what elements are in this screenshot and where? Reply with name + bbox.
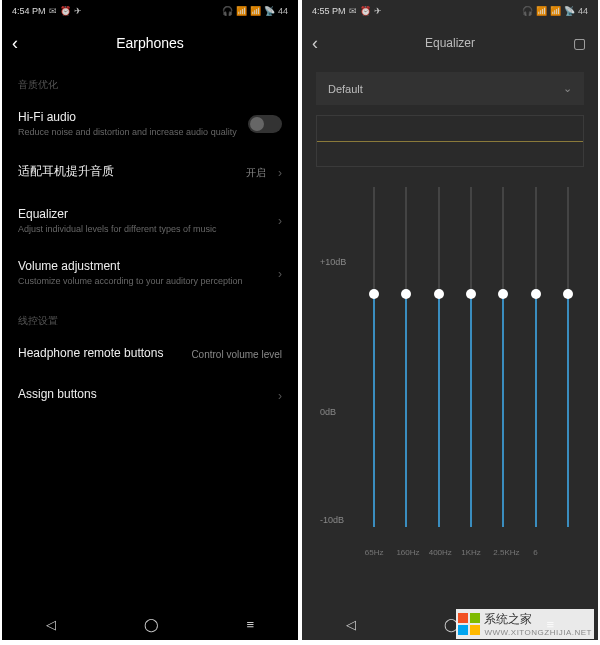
volume-desc: Customize volume according to your audit… xyxy=(18,276,266,288)
signal-icon: 📶 xyxy=(236,6,247,16)
adapt-value: 开启 xyxy=(246,166,266,180)
eq-curve-preview xyxy=(316,115,584,167)
section-audio-label: 音质优化 xyxy=(2,64,298,98)
nav-back-icon[interactable]: ◁ xyxy=(46,617,56,632)
remote-value: Control volume level xyxy=(191,349,282,360)
header: ‹ Earphones xyxy=(2,22,298,64)
adapt-headphone-row[interactable]: 适配耳机提升音质 开启 › xyxy=(2,151,298,195)
headphone-icon: 🎧 xyxy=(222,6,233,16)
chevron-right-icon: › xyxy=(278,267,282,281)
freq-label: 6 xyxy=(526,548,546,557)
hifi-label: Hi-Fi audio xyxy=(18,110,240,124)
page-title: Equalizer xyxy=(302,36,598,50)
status-time: 4:55 PM xyxy=(312,6,346,16)
eq-slider-area: +10dB 0dB -10dB xyxy=(316,187,584,557)
eq-slider-160hz[interactable] xyxy=(396,187,416,527)
msg-icon: ✉ xyxy=(49,6,57,16)
watermark-sub: WWW.XITONGZHIJIA.NET xyxy=(484,628,592,637)
freq-axis: 65Hz 160Hz 400Hz 1KHz 2.5KHz 6 xyxy=(358,548,584,557)
headphone-icon: 🎧 xyxy=(522,6,533,16)
remote-buttons-row[interactable]: Headphone remote buttons Control volume … xyxy=(2,334,298,375)
adapt-label: 适配耳机提升音质 xyxy=(18,163,238,180)
battery-icon: 44 xyxy=(278,6,288,16)
microsoft-logo-icon xyxy=(458,613,480,635)
back-button[interactable]: ‹ xyxy=(312,33,318,54)
freq-label xyxy=(558,548,578,557)
page-title: Earphones xyxy=(2,35,298,51)
remote-label: Headphone remote buttons xyxy=(18,346,183,360)
equalizer-desc: Adjust individual levels for different t… xyxy=(18,224,266,236)
db-plus-label: +10dB xyxy=(320,257,346,267)
chevron-right-icon: › xyxy=(278,166,282,180)
freq-label: 2.5KHz xyxy=(493,548,513,557)
eq-curve-line xyxy=(317,141,583,142)
eq-slider-16khz[interactable] xyxy=(558,187,578,527)
hifi-desc: Reduce noise and distortion and increase… xyxy=(18,127,240,139)
volume-label: Volume adjustment xyxy=(18,259,266,273)
msg-icon: ✉ xyxy=(349,6,357,16)
volume-adjustment-row[interactable]: Volume adjustment Customize volume accor… xyxy=(2,247,298,300)
signal2-icon: 📶 xyxy=(550,6,561,16)
status-time: 4:54 PM xyxy=(12,6,46,16)
freq-label: 160Hz xyxy=(396,548,416,557)
eq-slider-6khz[interactable] xyxy=(526,187,546,527)
assign-label: Assign buttons xyxy=(18,387,266,401)
watermark-text: 系统之家 xyxy=(484,611,592,628)
telegram-icon: ✈ xyxy=(74,6,82,16)
freq-label: 65Hz xyxy=(364,548,384,557)
db-zero-label: 0dB xyxy=(320,407,336,417)
status-bar: 4:55 PM ✉ ⏰ ✈ 🎧 📶 📶 📡 44 xyxy=(302,0,598,22)
chevron-down-icon: ⌄ xyxy=(563,82,572,95)
eq-slider-2-5khz[interactable] xyxy=(493,187,513,527)
freq-label: 400Hz xyxy=(429,548,449,557)
header: ‹ Equalizer ▢ xyxy=(302,22,598,64)
signal2-icon: 📶 xyxy=(250,6,261,16)
db-axis: +10dB 0dB -10dB xyxy=(316,187,356,527)
slider-group xyxy=(358,187,584,527)
preset-label: Default xyxy=(328,83,363,95)
nav-back-icon[interactable]: ◁ xyxy=(346,617,356,632)
equalizer-row[interactable]: Equalizer Adjust individual levels for d… xyxy=(2,195,298,248)
wifi-icon: 📡 xyxy=(564,6,575,16)
eq-slider-400hz[interactable] xyxy=(429,187,449,527)
signal-icon: 📶 xyxy=(536,6,547,16)
preset-selector[interactable]: Default ⌄ xyxy=(316,72,584,105)
db-minus-label: -10dB xyxy=(320,515,344,525)
wifi-icon: 📡 xyxy=(264,6,275,16)
chevron-right-icon: › xyxy=(278,214,282,228)
freq-label: 1KHz xyxy=(461,548,481,557)
back-button[interactable]: ‹ xyxy=(12,33,18,54)
nav-bar: ◁ ◯ ≡ xyxy=(2,608,298,640)
hifi-toggle[interactable] xyxy=(248,115,282,133)
status-bar: 4:54 PM ✉ ⏰ ✈ 🎧 📶 📶 📡 44 xyxy=(2,0,298,22)
eq-slider-65hz[interactable] xyxy=(364,187,384,527)
assign-buttons-row[interactable]: Assign buttons › xyxy=(2,375,298,416)
save-preset-icon[interactable]: ▢ xyxy=(573,35,586,51)
battery-icon: 44 xyxy=(578,6,588,16)
equalizer-label: Equalizer xyxy=(18,207,266,221)
source-watermark: 系统之家 WWW.XITONGZHIJIA.NET xyxy=(456,609,594,639)
nav-recent-icon[interactable]: ≡ xyxy=(246,617,254,632)
eq-slider-1khz[interactable] xyxy=(461,187,481,527)
chevron-right-icon: › xyxy=(278,389,282,403)
alarm-icon: ⏰ xyxy=(360,6,371,16)
equalizer-screen: 4:55 PM ✉ ⏰ ✈ 🎧 📶 📶 📡 44 ‹ Equalizer ▢ D… xyxy=(302,0,598,640)
earphones-settings-screen: 4:54 PM ✉ ⏰ ✈ 🎧 📶 📶 📡 44 ‹ Earphones 音质优… xyxy=(2,0,298,640)
nav-home-icon[interactable]: ◯ xyxy=(144,617,159,632)
hifi-audio-row[interactable]: Hi-Fi audio Reduce noise and distortion … xyxy=(2,98,298,151)
telegram-icon: ✈ xyxy=(374,6,382,16)
section-wire-label: 线控设置 xyxy=(2,300,298,334)
alarm-icon: ⏰ xyxy=(60,6,71,16)
